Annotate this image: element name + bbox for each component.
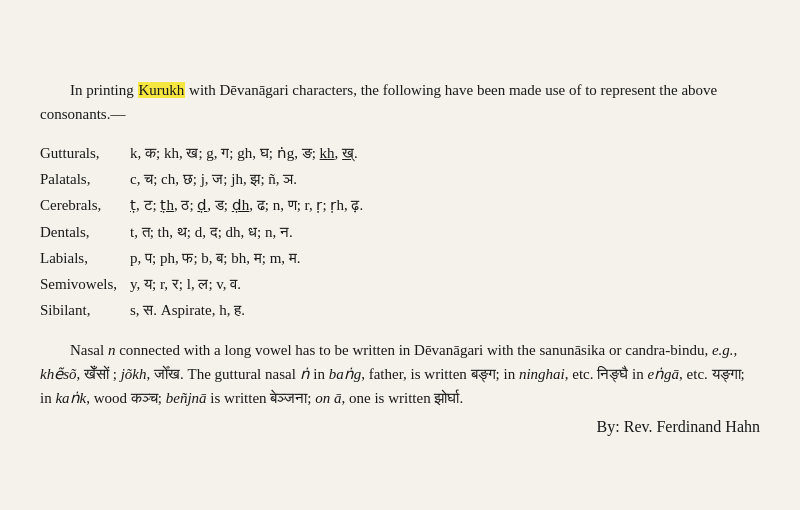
- row-content-dentals: t, त; th, थ; d, द; dh, ध; n, न.: [130, 219, 760, 245]
- kurukh-highlight: Kurukh: [138, 82, 186, 98]
- intro-text-before: In printing: [70, 82, 138, 98]
- row-content-sibilant: s, स. Aspirate, h, ह.: [130, 297, 760, 323]
- row-label-labials: Labials,: [40, 245, 130, 271]
- row-label-sibilant: Sibilant,: [40, 297, 130, 323]
- row-label-dentals: Dentals,: [40, 219, 130, 245]
- consonant-table: Gutturals, k, क; kh, ख; g, ग; gh, घ; ṅg,…: [40, 140, 760, 324]
- row-label-cerebrals: Cerebrals,: [40, 192, 130, 218]
- row-label-palatals: Palatals,: [40, 166, 130, 192]
- row-content-gutturals: k, क; kh, ख; g, ग; gh, घ; ṅg, ङ; kh, ख्.: [130, 140, 760, 166]
- author-line: By: Rev. Ferdinand Hahn: [40, 418, 760, 436]
- row-content-palatals: c, च; ch, छ; j, ज; jh, झ; ñ, ञ.: [130, 166, 760, 192]
- row-content-semivowels: y, य; r, र; l, ल; v, व.: [130, 271, 760, 297]
- table-row: Gutturals, k, क; kh, ख; g, ग; gh, घ; ṅg,…: [40, 140, 760, 166]
- table-row: Dentals, t, त; th, थ; d, द; dh, ध; n, न.: [40, 219, 760, 245]
- row-content-cerebrals: ṭ, ट; ṭh, ठ; ḍ, ड; ḍh, ढ; n, ण; r, ṛ; ṛh…: [130, 192, 760, 218]
- row-label-gutturals: Gutturals,: [40, 140, 130, 166]
- row-content-labials: p, प; ph, फ; b, ब; bh, म; m, म.: [130, 245, 760, 271]
- table-row: Palatals, c, च; ch, छ; j, ज; jh, झ; ñ, ञ…: [40, 166, 760, 192]
- author-text: By: Rev. Ferdinand Hahn: [597, 418, 760, 435]
- table-row: Semivowels, y, य; r, र; l, ल; v, व.: [40, 271, 760, 297]
- page: In printing Kurukh with Dēvanāgari chara…: [10, 59, 790, 450]
- intro-paragraph: In printing Kurukh with Dēvanāgari chara…: [40, 79, 760, 126]
- table-row: Labials, p, प; ph, फ; b, ब; bh, म; m, म.: [40, 245, 760, 271]
- table-row: Sibilant, s, स. Aspirate, h, ह.: [40, 297, 760, 323]
- table-row: Cerebrals, ṭ, ट; ṭh, ठ; ḍ, ड; ḍh, ढ; n, …: [40, 192, 760, 218]
- nasal-paragraph: Nasal n connected with a long vowel has …: [40, 338, 760, 410]
- row-label-semivowels: Semivowels,: [40, 271, 130, 297]
